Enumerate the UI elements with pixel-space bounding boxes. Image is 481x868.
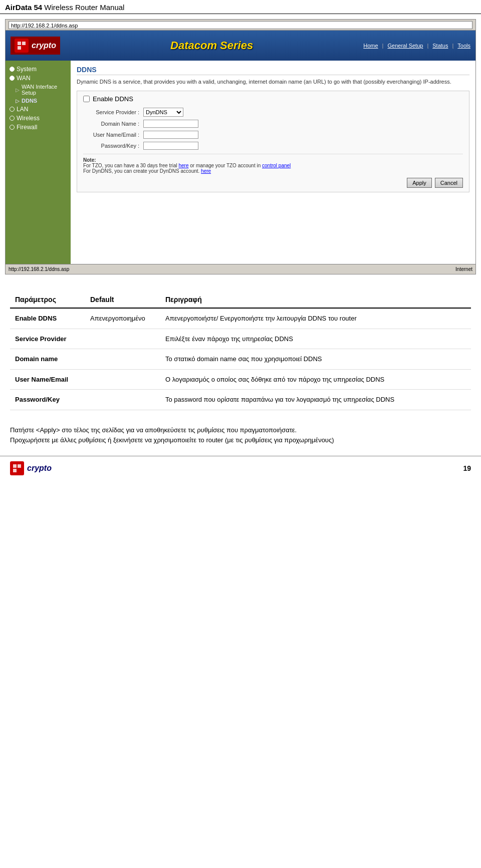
password-row: Password/Key :: [83, 142, 463, 150]
svg-rect-4: [18, 464, 21, 468]
param-desc: Το password που ορίσατε παραπάνω για τον…: [160, 390, 471, 410]
param-name: Domain name: [10, 349, 85, 370]
page-number: 19: [463, 464, 471, 472]
router-logo-text: crypto: [32, 41, 56, 50]
table-row: User Name/EmailΟ λογαριασμός ο οποίος σα…: [10, 369, 471, 390]
param-default: [85, 349, 160, 370]
col-header-param: Παράμετρος: [10, 292, 85, 308]
param-desc: Απενεργοποιήστε/ Ενεργοποιήστε την λειτο…: [160, 308, 471, 329]
svg-rect-0: [18, 42, 21, 45]
col-header-desc: Περιγραφή: [160, 292, 471, 308]
footer-logo-text: crypto: [27, 464, 52, 473]
svg-rect-3: [13, 464, 17, 468]
sidebar-item-wan-interface[interactable]: ▷ WAN Interface Setup: [6, 83, 71, 97]
note-title: Note:: [83, 157, 96, 163]
router-screenshot: http://192.168.2.1/ddns.asp crypto Datac…: [5, 19, 476, 274]
browser-url-bar: http://192.168.2.1/ddns.asp: [9, 21, 472, 29]
router-logo-icon: [15, 39, 29, 53]
nav-home[interactable]: Home: [363, 43, 378, 49]
username-input[interactable]: [143, 131, 198, 139]
param-default: [85, 390, 160, 410]
service-provider-label: Service Provider :: [83, 109, 143, 115]
form-button-row: Apply Cancel: [83, 178, 463, 188]
nav-status[interactable]: Status: [432, 43, 448, 49]
status-url: http://192.168.2.1/ddns.asp: [9, 266, 69, 272]
ddns-section-title: DDNS: [77, 66, 469, 75]
content-area: Παράμετρος Default Περιγραφή Enable DDNS…: [0, 283, 481, 420]
ddns-description: Dynamic DNS is a service, that provides …: [77, 78, 469, 86]
svg-rect-1: [22, 42, 26, 45]
page-footer: crypto 19: [0, 456, 481, 480]
apply-button[interactable]: Apply: [407, 178, 432, 188]
service-provider-select[interactable]: DynDNS TZO: [143, 108, 183, 117]
nav-general-setup[interactable]: General Setup: [387, 43, 423, 49]
note-section: Note: For TZO, you can have a 30 days fr…: [83, 154, 463, 174]
sidebar-item-ddns[interactable]: ▷ DDNS: [6, 97, 71, 105]
enable-ddns-checkbox[interactable]: [83, 96, 90, 102]
bottom-line2: Προχωρήσετε με άλλες ρυθμίσεις ή ξεκινήσ…: [10, 435, 471, 446]
note-link-here2[interactable]: here: [201, 168, 211, 174]
footer-logo: crypto: [10, 461, 52, 475]
sidebar-radio-wan: [10, 76, 15, 81]
col-header-default: Default: [85, 292, 160, 308]
ddns-form: Enable DDNS Service Provider : DynDNS TZ…: [77, 91, 469, 192]
param-default: [85, 329, 160, 349]
param-name: User Name/Email: [10, 369, 85, 390]
password-input[interactable]: [143, 142, 198, 150]
router-body: System WAN ▷ WAN Interface Setup ▷ DDNS …: [6, 61, 475, 264]
sidebar-item-firewall[interactable]: Firewall: [6, 123, 71, 132]
table-row: Service ProviderΕπιλέξτε έναν πάροχο της…: [10, 329, 471, 349]
bottom-line1: Πατήστε <Apply> στο τέλος της σελίδας γι…: [10, 425, 471, 436]
table-row: Domain nameΤο στατικό domain name σας πο…: [10, 349, 471, 370]
sidebar-item-lan[interactable]: LAN: [6, 105, 71, 114]
note-link-control-panel[interactable]: control panel: [262, 163, 291, 168]
param-name: Password/Key: [10, 390, 85, 410]
router-main-content: DDNS Dynamic DNS is a service, that prov…: [71, 61, 475, 264]
param-desc: Το στατικό domain name σας που χρησιμοπο…: [160, 349, 471, 370]
sidebar-item-wan[interactable]: WAN: [6, 74, 71, 83]
router-brand: Datacom Series: [60, 39, 363, 52]
router-page: crypto Datacom Series Home | General Set…: [6, 31, 475, 264]
username-label: User Name/Email :: [83, 132, 143, 138]
sidebar-radio-system: [10, 67, 15, 72]
status-connection: Internet: [455, 266, 472, 272]
browser-bar: http://192.168.2.1/ddns.asp: [6, 20, 475, 31]
note-line2: For DynDNS, you can create your DynDNS a…: [83, 168, 211, 174]
param-default: [85, 369, 160, 390]
parameters-table: Παράμετρος Default Περιγραφή Enable DDNS…: [10, 292, 471, 410]
cancel-button[interactable]: Cancel: [435, 178, 463, 188]
footer-logo-icon: [10, 461, 24, 475]
username-row: User Name/Email :: [83, 131, 463, 139]
enable-ddns-label: Enable DDNS: [93, 95, 133, 103]
sidebar-radio-firewall: [10, 125, 15, 130]
table-row: Password/KeyΤο password που ορίσατε παρα…: [10, 390, 471, 410]
page-title: AirData 54 Wireless Router Manual: [0, 0, 481, 14]
arrow-icon-wan: ▷: [16, 87, 20, 93]
domain-name-label: Domain Name :: [83, 121, 143, 127]
domain-name-input[interactable]: [143, 120, 198, 128]
sidebar-item-system[interactable]: System: [6, 65, 71, 74]
param-desc: Ο λογαριασμός ο οποίος σας δόθηκε από το…: [160, 369, 471, 390]
domain-name-row: Domain Name :: [83, 120, 463, 128]
sidebar-radio-wireless: [10, 116, 15, 121]
router-logo: crypto: [11, 37, 60, 55]
table-row: Enable DDNSΑπενεργοποιημένοΑπενεργοποιήσ…: [10, 308, 471, 329]
router-header: crypto Datacom Series Home | General Set…: [6, 31, 475, 61]
sidebar-radio-lan: [10, 107, 15, 112]
nav-tools[interactable]: Tools: [457, 43, 470, 49]
sidebar-item-wireless[interactable]: Wireless: [6, 114, 71, 123]
svg-rect-5: [13, 469, 17, 472]
note-link-here1[interactable]: here: [178, 163, 188, 168]
bottom-text-area: Πατήστε <Apply> στο τέλος της σελίδας γι…: [0, 420, 481, 451]
param-name: Service Provider: [10, 329, 85, 349]
browser-status-bar: http://192.168.2.1/ddns.asp Internet: [6, 264, 475, 274]
arrow-icon-ddns: ▷: [16, 98, 20, 104]
router-sidebar: System WAN ▷ WAN Interface Setup ▷ DDNS …: [6, 61, 71, 264]
router-nav-links: Home | General Setup | Status | Tools: [363, 43, 470, 49]
password-label: Password/Key :: [83, 143, 143, 149]
note-line1: For TZO, you can have a 30 days free tri…: [83, 163, 291, 168]
service-provider-row: Service Provider : DynDNS TZO: [83, 108, 463, 117]
param-desc: Επιλέξτε έναν πάροχο της υπηρεσίας DDNS: [160, 329, 471, 349]
param-default: Απενεργοποιημένο: [85, 308, 160, 329]
enable-ddns-row: Enable DDNS: [83, 95, 463, 103]
